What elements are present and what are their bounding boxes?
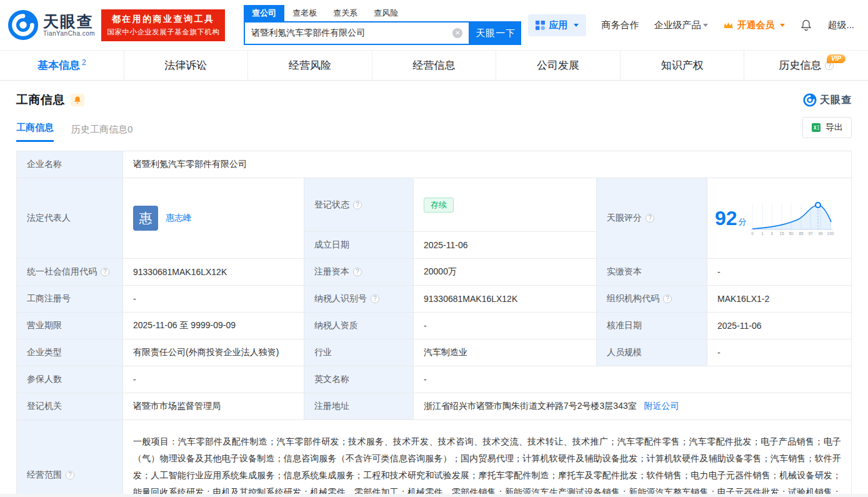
search-input[interactable]: 诸暨利氪汽车零部件有限公司 xyxy=(244,21,470,45)
search-input-value: 诸暨利氪汽车零部件有限公司 xyxy=(251,28,365,39)
promo-line1: 都在用的商业查询工具 xyxy=(107,14,219,25)
chevron-down-icon xyxy=(703,24,708,27)
value-staff-size: - xyxy=(707,339,852,366)
label-legal-rep: 法定代表人 xyxy=(17,178,123,259)
value-business-scope: 一般项目：汽车零部件及配件制造；汽车零部件研发；技术服务、技术开发、技术咨询、技… xyxy=(123,420,852,497)
value-industry: 汽车制造业 xyxy=(414,339,597,366)
label-reg-number: 工商注册号 xyxy=(17,286,123,313)
menu-enterprise-label: 企业级产品 xyxy=(654,19,701,31)
label-approval-date: 核准日期 xyxy=(597,313,707,339)
label-score: 天眼评分 xyxy=(597,178,707,259)
subtab-business-registration[interactable]: 工商信息 xyxy=(16,122,54,142)
menu-business-cooperation[interactable]: 商务合作 xyxy=(601,19,639,31)
help-icon[interactable] xyxy=(353,201,362,209)
tianyancha-watermark-icon xyxy=(803,93,817,107)
search-tab-relation[interactable]: 查关系 xyxy=(325,5,366,21)
monitor-bell-icon[interactable] xyxy=(71,94,84,106)
label-english-name: 英文名称 xyxy=(304,366,414,393)
vip-badge: VIP xyxy=(827,54,846,63)
value-reg-address: 浙江省绍兴市诸暨市陶朱街道文种路7号2号楼3层343室 附近公司 xyxy=(414,393,852,420)
apps-menu-label: 应用 xyxy=(549,19,567,31)
menu-super-vip[interactable]: 超级... xyxy=(827,19,854,31)
logo-subtitle: TianYanCha.com xyxy=(43,30,95,37)
label-reg-authority: 登记机关 xyxy=(17,393,123,420)
export-button-label: 导出 xyxy=(826,122,843,133)
help-icon[interactable] xyxy=(66,471,74,479)
legal-rep-name-link[interactable]: 惠志峰 xyxy=(166,213,192,224)
menu-enterprise-products[interactable]: 企业级产品 xyxy=(654,19,708,31)
tab-company-development[interactable]: 公司发展 xyxy=(496,51,621,80)
svg-text:0: 0 xyxy=(751,231,754,236)
excel-icon xyxy=(811,123,821,133)
apps-grid-icon xyxy=(536,21,545,30)
value-company-type: 有限责任公司(外商投资企业法人独资) xyxy=(123,339,304,366)
label-taxpayer-id: 纳税人识别号 xyxy=(304,286,414,313)
label-company-name: 企业名称 xyxy=(17,151,123,178)
value-reg-status: 存续 xyxy=(414,178,597,232)
svg-text:50: 50 xyxy=(789,231,794,236)
tab-basic-info-label: 基本信息 xyxy=(37,58,80,73)
clear-icon[interactable] xyxy=(452,28,462,38)
value-insured-count: - xyxy=(123,366,304,393)
label-taxpayer-quality: 纳税人资质 xyxy=(304,313,414,339)
promo-banner: 都在用的商业查询工具 国家中小企业发展子基金旗下机构 xyxy=(101,9,225,41)
help-icon[interactable] xyxy=(101,268,109,276)
svg-text:99: 99 xyxy=(818,231,823,236)
svg-text:3: 3 xyxy=(771,231,773,236)
tianyancha-logo[interactable]: 天眼查 TianYanCha.com xyxy=(7,9,95,41)
export-button[interactable]: 导出 xyxy=(802,117,852,138)
label-business-scope: 经营范围 xyxy=(17,420,123,497)
help-icon[interactable] xyxy=(353,268,362,276)
value-reg-capital: 20000万 xyxy=(414,259,597,286)
apps-menu-button[interactable]: 应用 xyxy=(528,14,586,36)
tab-intellectual-property[interactable]: 知识产权 xyxy=(621,51,745,80)
nearby-companies-link[interactable]: 附近公司 xyxy=(644,401,679,411)
chevron-down-icon xyxy=(780,24,785,27)
subtabs-row: 工商信息 历史工商信息0 导出 xyxy=(16,118,852,142)
value-org-code: MAK16LX1-2 xyxy=(707,286,852,313)
value-english-name: - xyxy=(414,366,852,393)
search-tab-boss[interactable]: 查老板 xyxy=(284,5,325,21)
svg-text:15: 15 xyxy=(779,231,784,236)
help-icon[interactable] xyxy=(663,294,672,303)
value-reg-authority: 诸暨市市场监督管理局 xyxy=(123,393,304,420)
help-icon[interactable] xyxy=(646,214,654,223)
tab-history-info[interactable]: 历史信息 VIP xyxy=(744,51,868,80)
value-business-term: 2025-11-06 至 9999-09-09 xyxy=(123,313,304,339)
value-score: 92 分 xyxy=(707,178,852,259)
tab-business-info[interactable]: 经营信息 xyxy=(372,51,497,80)
main-content: 工商信息 天眼查 工商信息 历史工商信息0 导出 xyxy=(0,92,868,497)
tab-legal-proceedings[interactable]: 法律诉讼 xyxy=(124,51,249,80)
value-company-name: 诸暨利氪汽车零部件有限公司 xyxy=(123,151,852,178)
search-button[interactable]: 天眼一下 xyxy=(470,21,521,45)
bottom-strip xyxy=(0,494,868,497)
menu-open-vip[interactable]: 开通会员 xyxy=(723,19,785,31)
tianyancha-logo-icon xyxy=(7,9,39,41)
subtab-history-registration[interactable]: 历史工商信息0 xyxy=(71,124,132,142)
tab-basic-info[interactable]: 基本信息2 xyxy=(0,51,124,80)
value-approval-date: 2025-11-06 xyxy=(707,313,852,339)
label-org-code: 组织机构代码 xyxy=(597,286,707,313)
search-tab-company[interactable]: 查公司 xyxy=(244,5,284,21)
label-establish-date: 成立日期 xyxy=(304,232,414,259)
value-taxpayer-quality: - xyxy=(414,313,597,339)
score-unit: 分 xyxy=(739,216,747,228)
help-icon[interactable] xyxy=(371,294,379,303)
label-industry: 行业 xyxy=(304,339,414,366)
value-reg-number: - xyxy=(123,286,304,313)
business-info-table: 企业名称 诸暨利氪汽车零部件有限公司 法定代表人 惠 惠志峰 登记状态 存续 天… xyxy=(16,151,852,497)
svg-text:1: 1 xyxy=(761,231,764,236)
label-insured-count: 参保人数 xyxy=(17,366,123,393)
tab-operating-risk[interactable]: 经营风险 xyxy=(248,51,372,80)
header-menu: 应用 商务合作 企业级产品 开通会员 超级... xyxy=(528,14,854,36)
label-company-type: 企业类型 xyxy=(17,339,123,366)
score-number: 92 xyxy=(715,208,737,228)
label-business-term: 营业期限 xyxy=(17,313,123,339)
search-tab-risk[interactable]: 查风险 xyxy=(366,5,406,21)
label-paid-capital: 实缴资本 xyxy=(597,259,707,286)
legal-rep-avatar[interactable]: 惠 xyxy=(133,206,158,231)
logo-title: 天眼查 xyxy=(43,13,95,29)
label-reg-status: 登记状态 xyxy=(304,178,414,232)
notifications-bell-icon[interactable] xyxy=(800,19,812,31)
svg-text:85: 85 xyxy=(799,231,804,236)
